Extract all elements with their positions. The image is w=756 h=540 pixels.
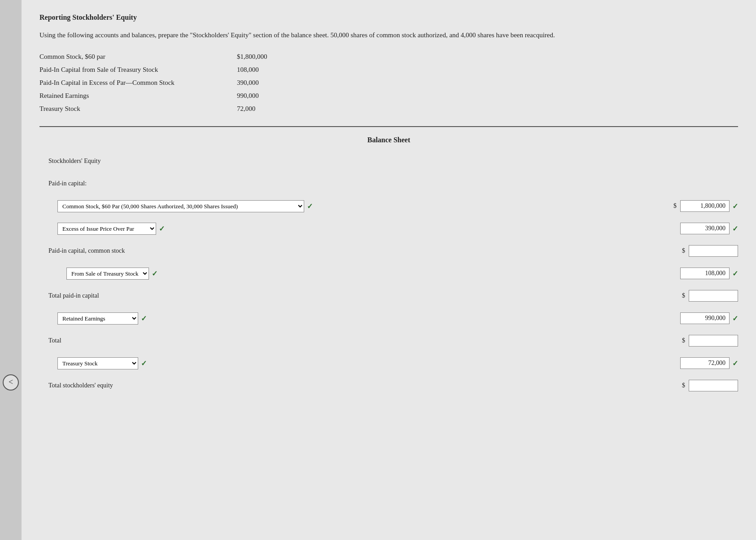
- accounts-table: Common Stock, $60 par $1,800,000 Paid-In…: [39, 53, 738, 113]
- total-stockholders-right: $: [682, 380, 738, 391]
- balance-sheet-section: Balance Sheet Stockholders' Equity Paid-…: [39, 126, 738, 394]
- stockholders-equity-label: Stockholders' Equity: [39, 158, 738, 165]
- retained-select[interactable]: Retained Earnings: [57, 312, 138, 325]
- account-row: Common Stock, $60 par $1,800,000: [39, 53, 738, 61]
- total-input[interactable]: [689, 335, 738, 347]
- total-stockholders-input[interactable]: [689, 380, 738, 391]
- bs-row-total-paid-in: Total paid-in capital $: [39, 288, 738, 304]
- account-value-1: 108,000: [237, 66, 259, 74]
- bs-row-common-stock: Common Stock, $60 Par (50,000 Shares Aut…: [39, 198, 738, 214]
- account-value-3: 990,000: [237, 92, 259, 100]
- common-stock-dollar: $: [673, 202, 677, 210]
- total-paid-in-label: Total paid-in capital: [39, 292, 682, 299]
- account-name-1: Paid-In Capital from Sale of Treasury St…: [39, 66, 228, 74]
- common-stock-value-check: ✓: [732, 202, 738, 211]
- total-stockholders-label: Total stockholders' equity: [39, 382, 682, 389]
- treasury-select[interactable]: Treasury Stock: [57, 357, 138, 369]
- excess-check: ✓: [159, 224, 165, 233]
- paid-in-capital-label: Paid-in capital:: [39, 180, 738, 187]
- total-label: Total: [39, 337, 682, 344]
- paid-in-common-right: $: [682, 245, 738, 257]
- bs-row-stockholders-equity: Stockholders' Equity: [39, 153, 738, 169]
- account-row: Paid-In Capital in Excess of Par—Common …: [39, 79, 738, 87]
- total-paid-in-input[interactable]: [689, 290, 738, 302]
- total-paid-in-right: $: [682, 290, 738, 302]
- common-stock-dropdown-wrapper: Common Stock, $60 Par (50,000 Shares Aut…: [39, 200, 673, 212]
- left-nav: <: [0, 0, 22, 540]
- bs-row-total: Total $: [39, 333, 738, 349]
- total-stockholders-dollar: $: [682, 382, 685, 389]
- account-name-0: Common Stock, $60 par: [39, 53, 228, 61]
- account-row: Paid-In Capital from Sale of Treasury St…: [39, 66, 738, 74]
- from-sale-select[interactable]: From Sale of Treasury Stock: [66, 268, 149, 280]
- common-stock-check: ✓: [307, 202, 313, 211]
- treasury-check: ✓: [141, 359, 147, 368]
- excess-dropdown-wrapper: Excess of Issue Price Over Par ✓: [39, 223, 680, 235]
- back-arrow-button[interactable]: <: [3, 374, 19, 391]
- from-sale-check: ✓: [152, 269, 157, 278]
- bs-row-paid-in-capital: Paid-in capital:: [39, 176, 738, 192]
- common-stock-value[interactable]: 1,800,000: [680, 200, 730, 212]
- from-sale-value[interactable]: 108,000: [680, 268, 730, 279]
- bs-row-paid-in-common: Paid-in capital, common stock $: [39, 243, 738, 259]
- paid-in-common-dollar: $: [682, 247, 685, 255]
- account-name-3: Retained Earnings: [39, 92, 228, 100]
- from-sale-right: 108,000 ✓: [680, 268, 738, 279]
- instructions: Using the following accounts and balance…: [39, 30, 738, 40]
- balance-sheet-title: Balance Sheet: [39, 136, 738, 144]
- excess-select[interactable]: Excess of Issue Price Over Par: [57, 223, 156, 235]
- total-right: $: [682, 335, 738, 347]
- retained-value[interactable]: 990,000: [680, 312, 730, 324]
- section-title: Reporting Stockholders' Equity: [39, 13, 738, 22]
- main-content: Reporting Stockholders' Equity Using the…: [22, 0, 756, 540]
- bs-row-treasury-stock: Treasury Stock ✓ 72,000 ✓: [39, 355, 738, 371]
- account-name-4: Treasury Stock: [39, 105, 228, 113]
- total-dollar: $: [682, 337, 685, 344]
- excess-right: 390,000 ✓: [680, 223, 738, 234]
- bs-row-total-stockholders: Total stockholders' equity $: [39, 378, 738, 394]
- treasury-value[interactable]: 72,000: [680, 357, 730, 369]
- retained-check: ✓: [141, 314, 147, 323]
- common-stock-select[interactable]: Common Stock, $60 Par (50,000 Shares Aut…: [57, 200, 304, 212]
- bs-row-from-sale: From Sale of Treasury Stock ✓ 108,000 ✓: [39, 265, 738, 281]
- account-value-4: 72,000: [237, 105, 255, 113]
- from-sale-value-check: ✓: [732, 269, 738, 278]
- account-value-2: 390,000: [237, 79, 259, 87]
- treasury-value-check: ✓: [732, 359, 738, 368]
- retained-dropdown-wrapper: Retained Earnings ✓: [39, 312, 680, 325]
- paid-in-common-input[interactable]: [689, 245, 738, 257]
- excess-value-check: ✓: [732, 224, 738, 233]
- treasury-right: 72,000 ✓: [680, 357, 738, 369]
- excess-value[interactable]: 390,000: [680, 223, 730, 234]
- account-row: Treasury Stock 72,000: [39, 105, 738, 113]
- from-sale-dropdown-wrapper: From Sale of Treasury Stock ✓: [39, 268, 680, 280]
- account-row: Retained Earnings 990,000: [39, 92, 738, 100]
- total-paid-in-dollar: $: [682, 292, 685, 299]
- retained-value-check: ✓: [732, 314, 738, 323]
- treasury-dropdown-wrapper: Treasury Stock ✓: [39, 357, 680, 369]
- retained-right: 990,000 ✓: [680, 312, 738, 324]
- bs-row-retained-earnings: Retained Earnings ✓ 990,000 ✓: [39, 310, 738, 326]
- paid-in-common-label: Paid-in capital, common stock: [39, 247, 682, 255]
- page-wrapper: < Reporting Stockholders' Equity Using t…: [0, 0, 756, 540]
- common-stock-right: $ 1,800,000 ✓: [673, 200, 738, 212]
- account-name-2: Paid-In Capital in Excess of Par—Common …: [39, 79, 228, 87]
- bs-row-excess: Excess of Issue Price Over Par ✓ 390,000…: [39, 220, 738, 237]
- account-value-0: $1,800,000: [237, 53, 267, 61]
